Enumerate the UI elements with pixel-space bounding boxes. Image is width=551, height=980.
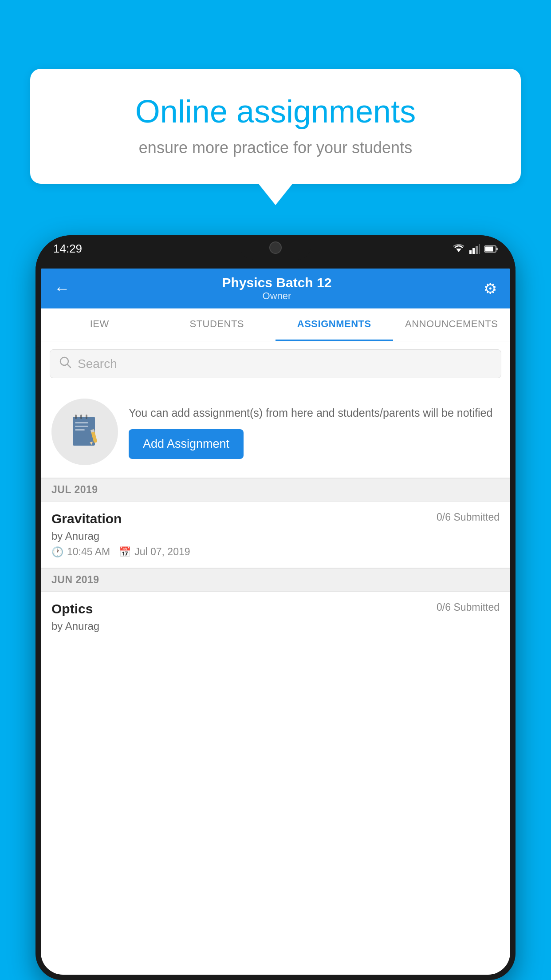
volume-up-button	[35, 311, 39, 337]
app-header: ← Physics Batch 12 Owner ⚙	[41, 269, 510, 308]
calendar-icon: 📅	[119, 546, 131, 558]
tab-assignments[interactable]: ASSIGNMENTS	[276, 308, 393, 341]
search-icon	[59, 356, 71, 371]
power-button	[512, 328, 516, 364]
wifi-icon	[453, 244, 465, 254]
speech-bubble-container: Online assignments ensure more practice …	[30, 69, 521, 184]
battery-icon	[484, 245, 498, 253]
assignment-item-optics[interactable]: Optics 0/6 Submitted by Anurag	[41, 592, 510, 646]
assignment-by-gravitation: by Anurag	[51, 530, 500, 542]
svg-rect-13	[86, 415, 87, 419]
phone-top-bar: 14:29	[35, 235, 516, 269]
tab-iew[interactable]: IEW	[41, 308, 158, 341]
clock-icon: 🕐	[51, 546, 63, 558]
tab-announcements[interactable]: ANNOUNCEMENTS	[393, 308, 511, 341]
phone-device: 14:29	[35, 235, 516, 980]
assignment-icon-circle	[51, 399, 118, 465]
search-placeholder: Search	[78, 357, 117, 371]
svg-rect-3	[476, 246, 478, 254]
assignment-item-gravitation[interactable]: Gravitation 0/6 Submitted by Anurag 🕐 10…	[41, 502, 510, 568]
speech-bubble: Online assignments ensure more practice …	[30, 69, 521, 184]
phone-screen: ← Physics Batch 12 Owner ⚙ IEW STUDENTS …	[41, 269, 510, 975]
month-separator-jul: JUL 2019	[41, 478, 510, 502]
svg-rect-7	[496, 248, 498, 250]
svg-rect-6	[485, 246, 493, 251]
search-container: Search	[41, 341, 510, 386]
add-assignment-section: You can add assignment(s) from here and …	[41, 386, 510, 478]
assignment-time-gravitation: 🕐 10:45 AM	[51, 546, 110, 558]
assignment-meta-gravitation: 🕐 10:45 AM 📅 Jul 07, 2019	[51, 546, 500, 558]
status-bar: 14:29	[35, 242, 516, 256]
notebook-icon	[66, 413, 104, 451]
svg-rect-1	[469, 250, 472, 254]
add-assignment-button[interactable]: Add Assignment	[129, 429, 244, 459]
status-time: 14:29	[53, 242, 82, 256]
signal-icon	[469, 244, 480, 254]
svg-marker-0	[456, 249, 461, 252]
tabs-bar: IEW STUDENTS ASSIGNMENTS ANNOUNCEMENTS	[41, 308, 510, 341]
volume-down-button	[35, 346, 39, 373]
header-subtitle: Owner	[222, 290, 332, 302]
assignment-submitted-gravitation: 0/6 Submitted	[437, 511, 500, 523]
svg-rect-14	[75, 422, 88, 423]
assignment-date-gravitation: 📅 Jul 07, 2019	[119, 546, 190, 558]
settings-icon[interactable]: ⚙	[484, 280, 497, 297]
svg-line-9	[67, 364, 71, 368]
status-icons	[453, 244, 498, 254]
assignment-submitted-optics: 0/6 Submitted	[437, 601, 500, 613]
svg-rect-12	[80, 415, 82, 419]
svg-rect-11	[75, 415, 77, 419]
speech-bubble-subtitle: ensure more practice for your students	[57, 138, 494, 157]
month-separator-jun: JUN 2019	[41, 568, 510, 592]
svg-rect-15	[75, 426, 88, 427]
assignment-name-optics: Optics	[51, 601, 93, 616]
search-bar[interactable]: Search	[50, 349, 501, 378]
add-assignment-description: You can add assignment(s) from here and …	[129, 405, 500, 422]
assignment-name-gravitation: Gravitation	[51, 511, 122, 526]
back-button[interactable]: ←	[54, 281, 70, 296]
svg-rect-4	[479, 244, 480, 254]
assignment-by-optics: by Anurag	[51, 620, 500, 632]
tab-students[interactable]: STUDENTS	[158, 308, 276, 341]
svg-rect-16	[75, 429, 85, 431]
add-assignment-content: You can add assignment(s) from here and …	[129, 405, 500, 459]
svg-rect-2	[472, 248, 475, 254]
header-title-group: Physics Batch 12 Owner	[222, 275, 332, 302]
speech-bubble-title: Online assignments	[57, 93, 494, 130]
header-title: Physics Batch 12	[222, 275, 332, 290]
